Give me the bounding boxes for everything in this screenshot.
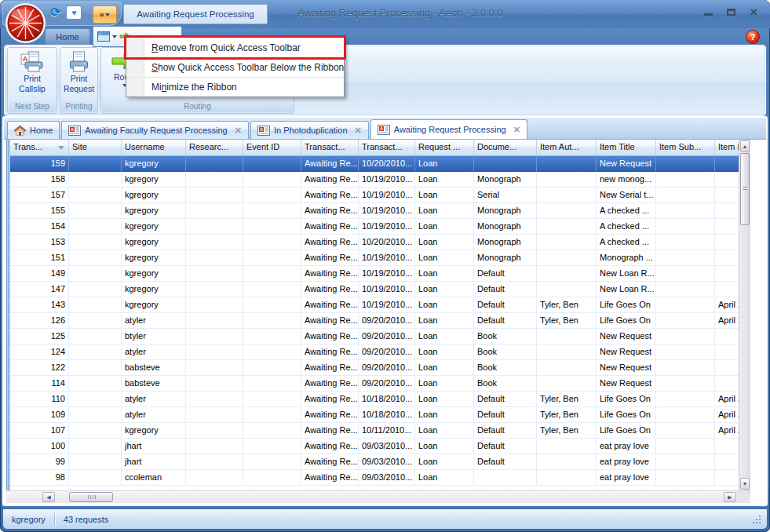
help-button[interactable]: ? bbox=[746, 30, 760, 44]
column-header[interactable]: Item Sub... bbox=[656, 140, 715, 156]
column-header[interactable]: Request ... bbox=[415, 140, 474, 156]
cell-transaction: 98 bbox=[10, 470, 69, 486]
horizontal-scrollbar[interactable]: ◀ ▶ bbox=[6, 490, 750, 503]
aeon-logo-icon[interactable] bbox=[5, 2, 46, 44]
cell-transaction-status: Awaiting Re... bbox=[301, 203, 359, 219]
table-row[interactable]: 154 kgregory Awaiting Re... 10/19/2010..… bbox=[10, 219, 739, 235]
status-bar: kgregory 43 requests bbox=[3, 509, 767, 529]
tab-home-ribbon[interactable]: Home bbox=[46, 29, 89, 45]
menu-item-label: Remove from Quick Access Toolbar bbox=[144, 42, 301, 53]
table-row[interactable]: 114 babsteve Awaiting Re... 09/20/2010..… bbox=[10, 376, 739, 392]
cell-event-id bbox=[243, 313, 301, 329]
cell-item-author bbox=[537, 219, 597, 235]
menu-item[interactable]: Remove from Quick Access Toolbar bbox=[126, 38, 344, 57]
table-row[interactable]: 98 ccoleman Awaiting Re... 09/03/2010...… bbox=[10, 470, 739, 486]
cell-document-type: Monograph bbox=[474, 219, 537, 235]
column-header[interactable]: Username bbox=[122, 140, 186, 156]
document-tab[interactable]: A In Photoduplication ✕ bbox=[250, 121, 369, 139]
column-header[interactable]: Researc... bbox=[186, 140, 243, 156]
scroll-down-icon[interactable]: ▼ bbox=[740, 478, 750, 490]
refresh-icon[interactable]: ⟳ bbox=[50, 5, 60, 20]
table-row[interactable]: 158 kgregory Awaiting Re... 10/19/2010..… bbox=[10, 172, 739, 188]
table-row[interactable]: 126 atyler Awaiting Re... 09/20/2010... … bbox=[10, 313, 739, 329]
column-header[interactable]: Docume... bbox=[474, 140, 537, 156]
table-row[interactable]: 155 kgregory Awaiting Re... 10/19/2010..… bbox=[10, 203, 739, 219]
table-row[interactable]: 109 atyler Awaiting Re... 10/18/2010... … bbox=[10, 407, 739, 423]
heart-icon[interactable]: ♥ bbox=[66, 5, 82, 20]
maximize-button[interactable] bbox=[726, 7, 736, 17]
column-header[interactable]: Item D... bbox=[715, 140, 739, 156]
column-header[interactable]: Trans... bbox=[10, 140, 69, 156]
qat-overflow-button[interactable]: » bbox=[93, 5, 117, 24]
table-row[interactable]: 157 kgregory Awaiting Re... 10/19/2010..… bbox=[10, 188, 739, 203]
resize-grip-icon[interactable] bbox=[751, 514, 762, 525]
cell-event-id bbox=[243, 407, 301, 423]
table-row[interactable]: 153 kgregory Awaiting Re... 10/20/2010..… bbox=[10, 235, 739, 250]
menu-icon-gutter bbox=[126, 38, 144, 57]
cell-username: kgregory bbox=[122, 266, 186, 282]
column-header[interactable]: Transact... bbox=[301, 140, 359, 156]
window-icon[interactable] bbox=[97, 31, 110, 42]
cell-item-author bbox=[537, 344, 597, 360]
table-row[interactable]: 100 jhart Awaiting Re... 09/03/2010... L… bbox=[10, 439, 739, 454]
scroll-right-icon[interactable]: ▶ bbox=[724, 492, 736, 502]
cell-transaction-date: 10/18/2010... bbox=[359, 392, 415, 407]
vertical-scroll-thumb[interactable] bbox=[740, 153, 750, 225]
cell-researcher bbox=[186, 376, 243, 392]
cell-item-date bbox=[715, 360, 739, 376]
table-row[interactable]: 159 kgregory Awaiting Re... 10/20/2010..… bbox=[10, 156, 739, 172]
table-row[interactable]: 110 atyler Awaiting Re... 10/18/2010... … bbox=[10, 392, 739, 407]
cell-item-title: New Loan R... bbox=[597, 266, 656, 282]
cell-document-type: Default bbox=[474, 282, 537, 297]
tab-close-icon[interactable]: ✕ bbox=[235, 126, 242, 135]
cell-item-author bbox=[537, 376, 597, 392]
table-row[interactable]: 124 atyler Awaiting Re... 09/20/2010... … bbox=[10, 344, 739, 360]
table-row[interactable]: 107 kgregory Awaiting Re... 10/11/2010..… bbox=[10, 423, 739, 439]
table-row[interactable]: 147 kgregory Awaiting Re... 10/19/2010..… bbox=[10, 282, 739, 297]
button-label-line2: Callslip bbox=[19, 84, 46, 94]
table-row[interactable]: 143 kgregory Awaiting Re... 10/19/2010..… bbox=[10, 297, 739, 313]
minimize-button[interactable] bbox=[703, 7, 713, 17]
cell-request-type: Loan bbox=[415, 156, 474, 172]
column-header[interactable]: Event ID bbox=[243, 140, 301, 156]
cell-item-date: April 2 bbox=[715, 392, 739, 407]
print-callslip-button[interactable]: A Print Callslip bbox=[19, 51, 46, 94]
scroll-left-icon[interactable]: ◀ bbox=[42, 492, 55, 502]
vertical-scrollbar[interactable]: ▲ ▼ bbox=[739, 140, 750, 490]
cell-transaction-date: 10/19/2010... bbox=[359, 297, 415, 313]
cell-item-title: Monograph ... bbox=[597, 250, 656, 266]
document-tab[interactable]: A Awaiting Faculty Request Processing ✕ bbox=[61, 121, 249, 139]
cell-site bbox=[69, 392, 122, 407]
column-header[interactable]: Site bbox=[69, 140, 122, 156]
tab-close-icon[interactable]: ✕ bbox=[513, 126, 520, 134]
menu-item[interactable]: Show Quick Access Toolbar Below the Ribb… bbox=[126, 57, 344, 77]
column-header[interactable]: Item Aut... bbox=[537, 140, 597, 156]
cell-transaction-date: 10/19/2010... bbox=[359, 188, 415, 203]
cell-username: kgregory bbox=[122, 250, 186, 266]
scroll-up-icon[interactable]: ▲ bbox=[740, 140, 750, 152]
close-button[interactable]: ✕ bbox=[749, 7, 759, 17]
tab-close-icon[interactable]: ✕ bbox=[355, 126, 362, 135]
menu-item[interactable]: Minimize the Ribbon bbox=[126, 77, 344, 97]
column-header[interactable]: Transact... bbox=[359, 140, 415, 156]
table-row[interactable]: 99 jhart Awaiting Re... 09/03/2010... Lo… bbox=[10, 454, 739, 470]
chevron-down-icon[interactable] bbox=[112, 35, 117, 38]
table-row[interactable]: 122 babsteve Awaiting Re... 09/20/2010..… bbox=[10, 360, 739, 376]
table-row[interactable]: 125 btyler Awaiting Re... 09/20/2010... … bbox=[10, 329, 739, 344]
table-row[interactable]: 151 kgregory Awaiting Re... 10/19/2010..… bbox=[10, 250, 739, 266]
cell-item-title: eat pray love bbox=[597, 454, 656, 470]
cell-document-type: Default bbox=[474, 392, 537, 407]
cell-event-id bbox=[243, 172, 301, 188]
horizontal-scroll-thumb[interactable] bbox=[69, 492, 113, 502]
cell-document-type: Default bbox=[474, 439, 537, 454]
document-tab[interactable]: A Home ✕ bbox=[7, 121, 60, 139]
column-header[interactable]: Item Title bbox=[597, 140, 656, 156]
document-tab[interactable]: A Awaiting Request Processing ✕ bbox=[370, 119, 527, 139]
button-label-line1: Print bbox=[24, 74, 41, 84]
cell-transaction-status: Awaiting Re... bbox=[301, 392, 359, 407]
table-row[interactable]: 149 kgregory Awaiting Re... 10/19/2010..… bbox=[10, 266, 739, 282]
cell-transaction-status: Awaiting Re... bbox=[301, 439, 359, 454]
cell-transaction-date: 10/19/2010... bbox=[359, 219, 415, 235]
print-request-button[interactable]: Print Request bbox=[64, 51, 94, 94]
cell-event-id bbox=[243, 344, 301, 360]
